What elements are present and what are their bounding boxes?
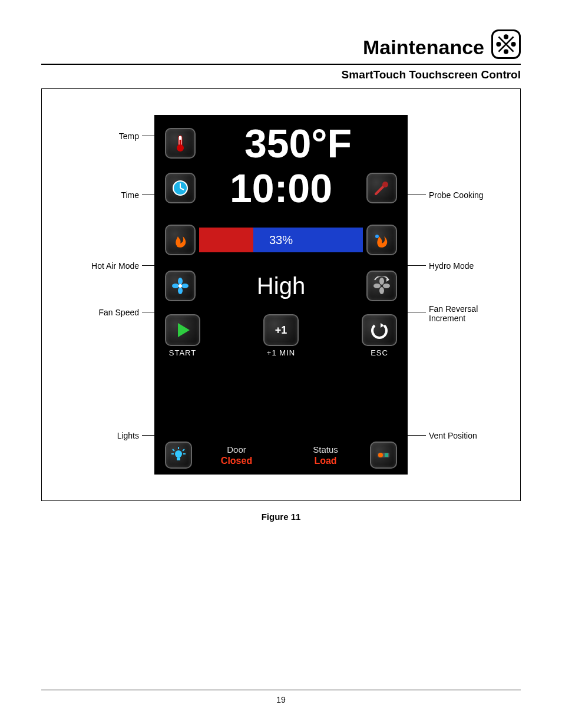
- svg-point-20: [383, 284, 390, 288]
- mode-bar[interactable]: 33%: [199, 228, 363, 252]
- svg-point-2: [504, 35, 507, 38]
- plus-one-label: +1 MIN: [267, 348, 295, 357]
- callout-hydro: Hydro Mode: [429, 261, 520, 271]
- callout-time: Time: [42, 190, 139, 200]
- svg-rect-36: [385, 453, 388, 457]
- page-subtitle: SmartTouch Touchscreen Control: [41, 68, 521, 81]
- svg-rect-8: [180, 140, 181, 147]
- lights-button[interactable]: [165, 442, 192, 469]
- callout-lights: Lights: [42, 431, 139, 440]
- fan-speed-value: High: [196, 273, 366, 299]
- svg-line-30: [173, 449, 174, 451]
- svg-point-3: [504, 50, 507, 53]
- svg-line-31: [183, 449, 184, 451]
- svg-point-12: [382, 182, 388, 187]
- status-label: Status: [313, 444, 338, 454]
- hydro-icon[interactable]: [366, 225, 397, 255]
- door-label: Door: [227, 444, 246, 454]
- time-value: 10:00: [199, 168, 363, 208]
- fan-speed-icon[interactable]: [165, 271, 196, 301]
- status-value: Load: [314, 456, 336, 466]
- svg-point-19: [379, 278, 384, 285]
- callout-probe: Probe Cooking: [429, 190, 520, 200]
- fan-reversal-icon[interactable]: [366, 271, 397, 301]
- svg-point-27: [175, 450, 182, 457]
- temperature-value: 350°F: [199, 123, 397, 163]
- figure-frame: Temp Time Hot Air Mode Fan Speed Lights …: [41, 88, 521, 501]
- callout-fan-reversal: Fan Reversal Increment: [429, 304, 520, 323]
- callout-fan-speed: Fan Speed: [42, 308, 139, 317]
- svg-point-16: [178, 287, 183, 294]
- svg-point-14: [178, 278, 183, 285]
- svg-point-35: [378, 453, 383, 457]
- esc-button[interactable]: [362, 314, 397, 346]
- mode-percentage: 33%: [269, 233, 293, 247]
- hot-air-icon[interactable]: [165, 225, 196, 255]
- vent-position-button[interactable]: [370, 442, 397, 469]
- esc-label: ESC: [371, 348, 388, 357]
- clock-icon[interactable]: [165, 173, 196, 203]
- svg-point-17: [172, 284, 179, 288]
- brand-logo-icon: [491, 29, 521, 59]
- svg-point-18: [178, 284, 182, 288]
- page-footer: 19: [41, 690, 521, 704]
- svg-point-21: [379, 287, 384, 294]
- figure-caption: Figure 11: [41, 512, 521, 522]
- svg-text:+1: +1: [275, 324, 287, 336]
- svg-marker-24: [178, 323, 190, 337]
- probe-icon[interactable]: [366, 173, 397, 203]
- plus-one-min-button[interactable]: +1: [263, 314, 299, 346]
- svg-point-15: [181, 284, 189, 288]
- callout-temp: Temp: [42, 131, 139, 141]
- start-button[interactable]: [165, 314, 200, 346]
- svg-point-5: [512, 42, 515, 45]
- page-header: Maintenance: [41, 29, 521, 65]
- callout-vent: Vent Position: [429, 431, 520, 440]
- temp-icon[interactable]: [165, 128, 196, 159]
- door-value: Closed: [221, 456, 252, 466]
- svg-rect-28: [177, 457, 180, 460]
- callout-hot-air: Hot Air Mode: [42, 261, 139, 271]
- section-title: Maintenance: [363, 36, 484, 59]
- svg-marker-26: [381, 323, 384, 328]
- start-label: START: [169, 348, 196, 357]
- svg-point-22: [373, 284, 381, 288]
- touchscreen: 350°F 10:00 33%: [154, 115, 408, 475]
- page-number: 19: [276, 695, 286, 704]
- svg-point-13: [375, 235, 379, 238]
- svg-point-4: [497, 42, 500, 45]
